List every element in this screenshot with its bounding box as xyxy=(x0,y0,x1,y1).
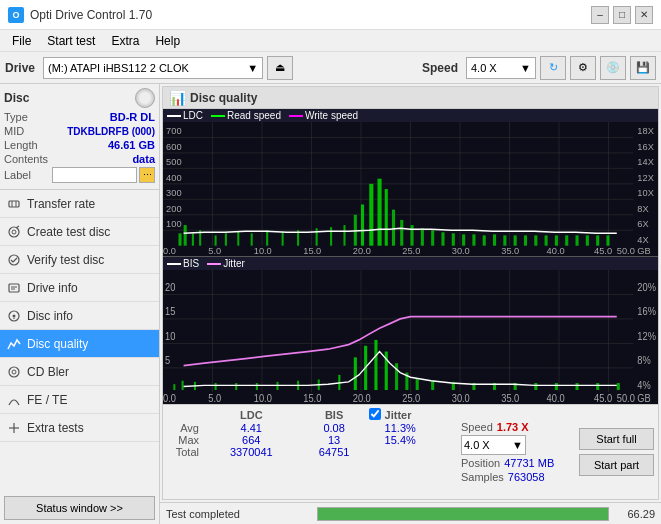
bis-avg: 0.08 xyxy=(300,422,369,434)
svg-text:15: 15 xyxy=(165,306,176,318)
disc-section-title: Disc xyxy=(4,91,29,105)
app-title: Opti Drive Control 1.70 xyxy=(30,8,152,22)
svg-rect-151 xyxy=(416,378,419,390)
svg-text:14X: 14X xyxy=(637,157,654,167)
svg-rect-81 xyxy=(411,225,414,246)
svg-rect-92 xyxy=(524,235,527,245)
nav-extra-tests[interactable]: Extra tests xyxy=(0,414,159,442)
nav-fe-te[interactable]: FE / TE xyxy=(0,386,159,414)
start-part-button[interactable]: Start part xyxy=(579,454,654,476)
svg-rect-91 xyxy=(514,235,517,245)
nav-cd-bler[interactable]: CD Bler xyxy=(0,358,159,386)
speed-info-value: 1.73 X xyxy=(497,421,529,433)
drive-value: (M:) ATAPI iHBS112 2 CLOK xyxy=(48,62,189,74)
svg-text:6X: 6X xyxy=(637,219,648,229)
speed-label: Speed xyxy=(422,61,458,75)
menu-extra[interactable]: Extra xyxy=(103,32,147,50)
position-value: 47731 MB xyxy=(504,457,554,469)
ldc-avg: 4.41 xyxy=(203,422,300,434)
svg-text:12X: 12X xyxy=(637,173,654,183)
svg-point-11 xyxy=(13,314,16,317)
chart2-legend: BIS Jitter xyxy=(163,257,658,270)
eject-button[interactable]: ⏏ xyxy=(267,56,293,80)
nav-fe-te-label: FE / TE xyxy=(27,393,67,407)
samples-label: Samples xyxy=(461,471,504,483)
drive-selector[interactable]: (M:) ATAPI iHBS112 2 CLOK ▼ xyxy=(43,57,263,79)
jitter-checkbox[interactable] xyxy=(369,408,381,420)
disc-quality-panel: 📊 Disc quality LDC xyxy=(162,86,659,500)
type-value: BD-R DL xyxy=(110,111,155,123)
disc-section: Disc Type BD-R DL MID TDKBLDRFB (000) Le… xyxy=(0,84,159,190)
svg-rect-83 xyxy=(431,230,434,245)
svg-text:4%: 4% xyxy=(637,379,651,391)
svg-rect-139 xyxy=(235,383,237,390)
svg-rect-0 xyxy=(9,201,19,207)
disc-info-icon xyxy=(6,308,22,324)
svg-rect-85 xyxy=(452,233,455,245)
svg-rect-79 xyxy=(392,210,395,246)
nav-transfer-rate-label: Transfer rate xyxy=(27,197,95,211)
action-buttons: Start full Start part xyxy=(575,405,658,499)
svg-point-14 xyxy=(12,370,16,374)
chart2-svg-area: 20 15 10 5 20% 16% 12% 8% 4% 0.0 xyxy=(163,270,658,404)
nav-drive-info[interactable]: Drive info xyxy=(0,274,159,302)
svg-text:16X: 16X xyxy=(637,142,654,152)
progress-bar xyxy=(317,507,609,521)
nav-disc-quality[interactable]: Disc quality xyxy=(0,330,159,358)
minimize-button[interactable]: – xyxy=(591,6,609,24)
refresh-button[interactable]: ↻ xyxy=(540,56,566,80)
chart1-svg-area: 700 600 500 400 300 200 100 18X 16X 14X … xyxy=(163,122,658,256)
svg-line-5 xyxy=(16,226,19,228)
create-test-disc-icon xyxy=(6,224,22,240)
speed-select-display[interactable]: 4.0 X ▼ xyxy=(461,435,526,455)
svg-text:100: 100 xyxy=(166,219,181,229)
disc-quality-panel-icon: 📊 xyxy=(169,90,186,106)
save-button[interactable]: 💾 xyxy=(630,56,656,80)
nav-verify-test-disc-label: Verify test disc xyxy=(27,253,104,267)
col-bis-header: BIS xyxy=(300,408,369,422)
svg-rect-152 xyxy=(431,381,434,390)
speed-selector[interactable]: 4.0 X ▼ xyxy=(466,57,536,79)
svg-rect-158 xyxy=(555,383,558,390)
nav-transfer-rate[interactable]: Transfer rate xyxy=(0,190,159,218)
label-browse-button[interactable]: ⋯ xyxy=(139,167,155,183)
svg-rect-60 xyxy=(178,233,181,245)
label-input[interactable] xyxy=(52,167,137,183)
maximize-button[interactable]: □ xyxy=(613,6,631,24)
svg-text:5.0: 5.0 xyxy=(208,246,221,256)
nav-create-test-disc[interactable]: Create test disc xyxy=(0,218,159,246)
svg-text:10.0: 10.0 xyxy=(254,392,273,404)
svg-text:45.0: 45.0 xyxy=(594,392,613,404)
menu-file[interactable]: File xyxy=(4,32,39,50)
svg-text:600: 600 xyxy=(166,142,181,152)
menu-start-test[interactable]: Start test xyxy=(39,32,103,50)
disc-button[interactable]: 💿 xyxy=(600,56,626,80)
svg-text:8X: 8X xyxy=(637,204,648,214)
length-label: Length xyxy=(4,139,38,151)
max-row-label: Max xyxy=(163,434,203,446)
start-full-button[interactable]: Start full xyxy=(579,428,654,450)
svg-text:400: 400 xyxy=(166,173,181,183)
nav-disc-info[interactable]: Disc info xyxy=(0,302,159,330)
svg-rect-65 xyxy=(225,233,227,245)
settings-button[interactable]: ⚙ xyxy=(570,56,596,80)
legend-read: Read speed xyxy=(211,110,281,121)
nav-verify-test-disc[interactable]: Verify test disc xyxy=(0,246,159,274)
menu-help[interactable]: Help xyxy=(147,32,188,50)
svg-text:10: 10 xyxy=(165,330,176,342)
svg-point-13 xyxy=(9,367,19,377)
titlebar-controls: – □ ✕ xyxy=(591,6,653,24)
svg-rect-96 xyxy=(565,235,568,245)
chart2-svg: 20 15 10 5 20% 16% 12% 8% 4% 0.0 xyxy=(163,270,658,404)
status-window-button[interactable]: Status window >> xyxy=(4,496,155,520)
extra-tests-icon xyxy=(6,420,22,436)
bis-total: 64751 xyxy=(300,446,369,458)
svg-rect-76 xyxy=(369,184,373,246)
svg-rect-93 xyxy=(534,235,537,245)
svg-text:12%: 12% xyxy=(637,330,656,342)
svg-rect-138 xyxy=(215,383,217,390)
svg-text:15.0: 15.0 xyxy=(303,392,322,404)
main-layout: Disc Type BD-R DL MID TDKBLDRFB (000) Le… xyxy=(0,84,661,524)
cd-bler-icon xyxy=(6,364,22,380)
close-button[interactable]: ✕ xyxy=(635,6,653,24)
